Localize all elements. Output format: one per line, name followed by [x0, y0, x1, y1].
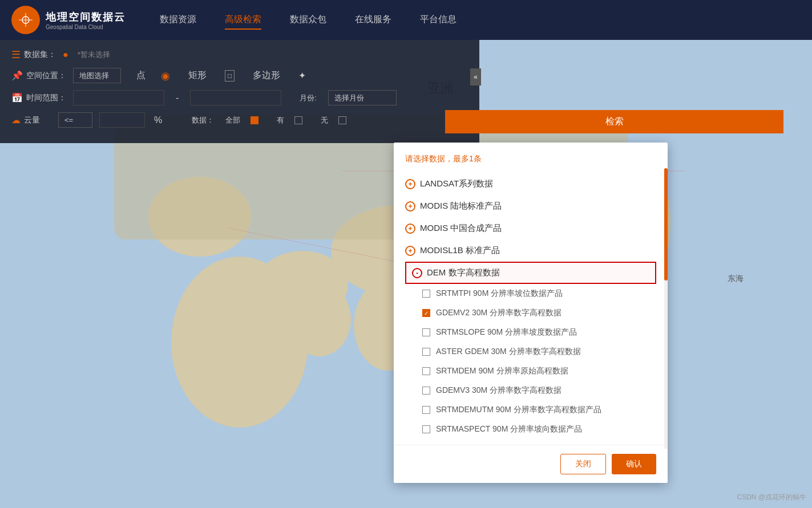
checkbox-gdemv3[interactable]: [422, 387, 430, 395]
label-srtmtpi: SRTMTPI 90M 分辨率坡位数据产品: [436, 288, 563, 299]
label-srtmdem: SRTMDEM 90M 分辨率原始高程数据: [436, 366, 568, 376]
label-aster-gdem: ASTER GDEM 30M 分辨率数字高程数据: [436, 347, 581, 357]
group-modis-land[interactable]: + MODIS 陆地标准产品: [405, 195, 656, 217]
group-landsat-icon: +: [405, 179, 415, 189]
group-landsat[interactable]: + LANDSAT系列数据: [405, 173, 656, 195]
checkbox-srtmslope[interactable]: [422, 328, 430, 336]
dataset-item-gdemv3[interactable]: GDEMV3 30M 分辨率数字高程数据: [405, 381, 656, 400]
scrollbar-thumb[interactable]: [664, 168, 668, 281]
checkbox-srtmdemutm[interactable]: [422, 406, 430, 414]
label-srtmdemutm: SRTMDEMUTM 90M 分辨率数字高程数据产品: [436, 405, 601, 415]
label-srtmaspect: SRTMASPECT 90M 分辨率坡向数据产品: [436, 424, 582, 434]
modal-overlay: 请选择数据，最多1条 + LANDSAT系列数据 + MODIS 陆地标准产品 …: [0, 0, 812, 508]
dataset-item-srtmtpi[interactable]: SRTMTPI 90M 分辨率坡位数据产品: [405, 284, 656, 303]
dataset-item-srtmaspect[interactable]: SRTMASPECT 90M 分辨率坡向数据产品: [405, 420, 656, 439]
group-modisl1b-icon: +: [405, 246, 415, 256]
dataset-modal: 请选择数据，最多1条 + LANDSAT系列数据 + MODIS 陆地标准产品 …: [394, 143, 668, 483]
group-modisl1b[interactable]: + MODISL1B 标准产品: [405, 239, 656, 262]
scrollbar-track: [664, 168, 668, 449]
dataset-item-srtmdemutm[interactable]: SRTMDEMUTM 90M 分辨率数字高程数据产品: [405, 400, 656, 420]
checkbox-srtmdem[interactable]: [422, 367, 430, 375]
checkbox-aster-gdem[interactable]: [422, 348, 430, 356]
group-modis-china-label: MODIS 中国合成产品: [420, 223, 502, 234]
group-dem-label: DEM 数字高程数据: [427, 267, 500, 278]
modal-confirm-button[interactable]: 确认: [612, 454, 656, 474]
group-dem-icon: -: [412, 268, 422, 278]
group-modisl1b-label: MODISL1B 标准产品: [420, 245, 500, 256]
label-gdemv2: GDEMV2 30M 分辨率数字高程数据: [436, 308, 561, 318]
group-modis-land-label: MODIS 陆地标准产品: [420, 201, 502, 212]
modal-close-button[interactable]: 关闭: [560, 454, 606, 474]
dataset-item-aster-gdem[interactable]: ASTER GDEM 30M 分辨率数字高程数据: [405, 342, 656, 361]
group-landsat-label: LANDSAT系列数据: [420, 178, 493, 189]
checkbox-srtmaspect[interactable]: [422, 425, 430, 433]
label-srtmslope: SRTMSLOPE 90M 分辨率坡度数据产品: [436, 327, 577, 338]
modal-footer: 关闭 确认: [394, 445, 668, 483]
dataset-item-srtmdem[interactable]: SRTMDEM 90M 分辨率原始高程数据: [405, 361, 656, 381]
checkbox-gdemv2[interactable]: [422, 309, 430, 317]
group-modis-china[interactable]: + MODIS 中国合成产品: [405, 217, 656, 239]
group-modis-land-icon: +: [405, 201, 415, 212]
modal-scroll-area[interactable]: + LANDSAT系列数据 + MODIS 陆地标准产品 + MODIS 中国合…: [394, 173, 668, 439]
dataset-item-srtmslope[interactable]: SRTMSLOPE 90M 分辨率坡度数据产品: [405, 323, 656, 342]
dataset-item-gdemv2[interactable]: GDEMV2 30M 分辨率数字高程数据: [405, 303, 656, 323]
group-dem[interactable]: - DEM 数字高程数据: [405, 262, 656, 284]
label-gdemv3: GDEMV3 30M 分辨率数字高程数据: [436, 385, 561, 396]
group-modis-china-icon: +: [405, 223, 415, 234]
modal-hint: 请选择数据，最多1条: [394, 154, 668, 173]
checkbox-srtmtpi[interactable]: [422, 290, 430, 298]
